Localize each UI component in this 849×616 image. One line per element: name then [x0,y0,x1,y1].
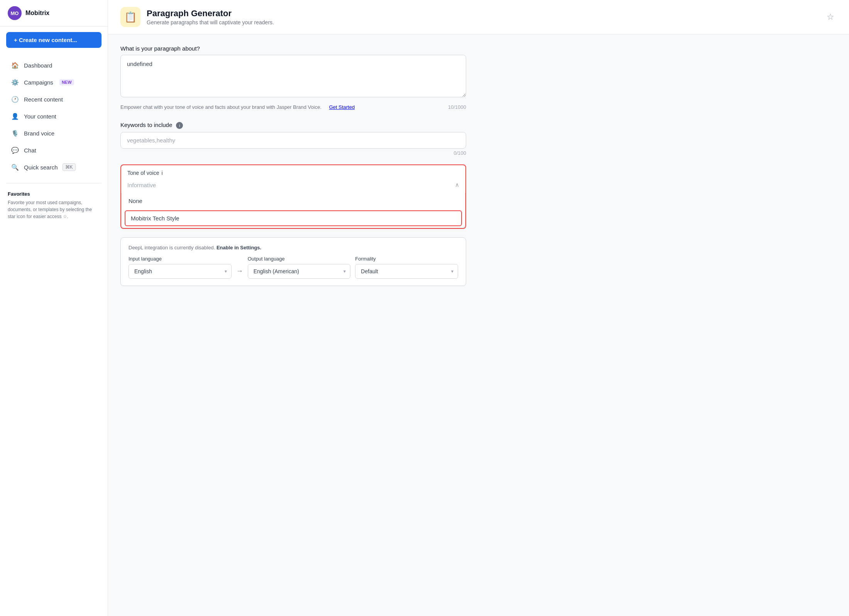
sidebar-header: MO Mobitrix [0,0,108,27]
sidebar-divider [6,183,101,183]
output-language-select[interactable]: English (American) [248,264,351,279]
recent-content-icon: 🕐 [11,95,19,103]
logo-avatar: MO [8,6,22,20]
formality-select[interactable]: Default [355,264,458,279]
input-language-select-wrapper: English ▾ [129,264,232,279]
arrow-right-icon: → [236,267,243,275]
favorites-description: Favorite your most used campaigns, docum… [0,199,108,224]
sidebar-item-dashboard[interactable]: 🏠 Dashboard [3,57,105,73]
sidebar-item-label: Recent content [24,96,63,103]
tool-title: Paragraph Generator [147,8,818,19]
favorites-title: Favorites [0,187,108,199]
shortcut-badge: ⌘K [63,163,76,171]
char-count: 10/1000 [448,104,466,110]
translation-section: DeepL integration is currently disabled.… [120,237,466,286]
tone-dropdown-menu: None Mobitrix Tech Style [121,193,465,228]
sidebar-item-label: Campaigns [24,79,53,86]
new-badge: NEW [59,79,74,85]
keywords-info-icon[interactable]: i [176,122,183,129]
input-language-col: Input language English ▾ [129,256,232,279]
output-language-col: Output language English (American) ▾ [248,256,351,279]
formality-select-wrapper: Default ▾ [355,264,458,279]
formality-label: Formality [355,256,458,262]
input-language-select[interactable]: English [129,264,232,279]
translation-row: Input language English ▾ → Output langua… [129,256,458,279]
sidebar: MO Mobitrix + Create new content... 🏠 Da… [0,0,108,616]
tone-group: Tone of voice i Informative ∧ None Mobit… [120,164,466,229]
campaigns-icon: ⚙️ [11,78,19,86]
paragraph-textarea[interactable]: undefined [120,55,466,97]
tone-option-none[interactable]: None [122,193,465,209]
brand-voice-hint-row: Empower chat with your tone of voice and… [120,101,466,113]
sidebar-item-your-content[interactable]: 👤 Your content [3,108,105,124]
tool-icon: 📋 [120,7,140,27]
paragraph-label: What is your paragraph about? [120,45,466,52]
tone-option-mobitrix[interactable]: Mobitrix Tech Style [125,210,462,226]
paragraph-group: What is your paragraph about? undefined … [120,45,466,113]
your-content-icon: 👤 [11,112,19,120]
main-content: 📋 Paragraph Generator Generate paragraph… [108,0,849,616]
sidebar-item-label: Your content [24,113,56,120]
get-started-link[interactable]: Get Started [329,104,355,110]
deepl-settings-link[interactable]: Enable in Settings. [216,245,261,250]
tool-header: 📋 Paragraph Generator Generate paragraph… [108,0,849,34]
tool-title-block: Paragraph Generator Generate paragraphs … [147,8,818,25]
sidebar-item-campaigns[interactable]: ⚙️ Campaigns NEW [3,74,105,90]
tone-selected-value[interactable]: Informative ∧ [121,178,465,193]
sidebar-item-brand-voice[interactable]: 🎙️ Brand voice [3,125,105,141]
favorite-button[interactable]: ☆ [824,10,837,24]
sidebar-item-label: Chat [24,147,36,154]
dashboard-icon: 🏠 [11,61,19,69]
sidebar-item-quick-search[interactable]: 🔍 Quick search ⌘K [3,159,105,175]
tool-subtitle: Generate paragraphs that will captivate … [147,19,818,25]
sidebar-item-recent-content[interactable]: 🕐 Recent content [3,91,105,107]
keywords-count: 0/100 [120,150,466,156]
sidebar-item-label: Quick search [24,164,58,171]
create-new-button[interactable]: + Create new content... [6,32,101,48]
tone-dropdown[interactable]: Tone of voice i Informative ∧ None Mobit… [120,164,466,229]
form-area: What is your paragraph about? undefined … [108,34,479,305]
keywords-label: Keywords to include i [120,122,466,129]
chevron-up-icon: ∧ [455,181,459,188]
keywords-input[interactable] [120,132,466,149]
sidebar-item-label: Dashboard [24,62,52,69]
search-icon: 🔍 [11,163,19,171]
tone-info-icon[interactable]: i [162,170,163,176]
sidebar-item-label: Brand voice [24,130,54,137]
tone-label: Tone of voice i [121,165,465,178]
brand-name: Mobitrix [25,10,49,17]
chat-icon: 💬 [11,146,19,154]
keywords-group: Keywords to include i 0/100 [120,122,466,156]
input-language-label: Input language [129,256,232,262]
brand-voice-icon: 🎙️ [11,129,19,137]
sidebar-item-chat[interactable]: 💬 Chat [3,142,105,158]
deepl-notice: DeepL integration is currently disabled.… [129,245,458,250]
output-language-select-wrapper: English (American) ▾ [248,264,351,279]
output-language-label: Output language [248,256,351,262]
brand-voice-hint: Empower chat with your tone of voice and… [120,101,355,113]
sidebar-nav: 🏠 Dashboard ⚙️ Campaigns NEW 🕐 Recent co… [0,53,108,179]
formality-col: Formality Default ▾ [355,256,458,279]
